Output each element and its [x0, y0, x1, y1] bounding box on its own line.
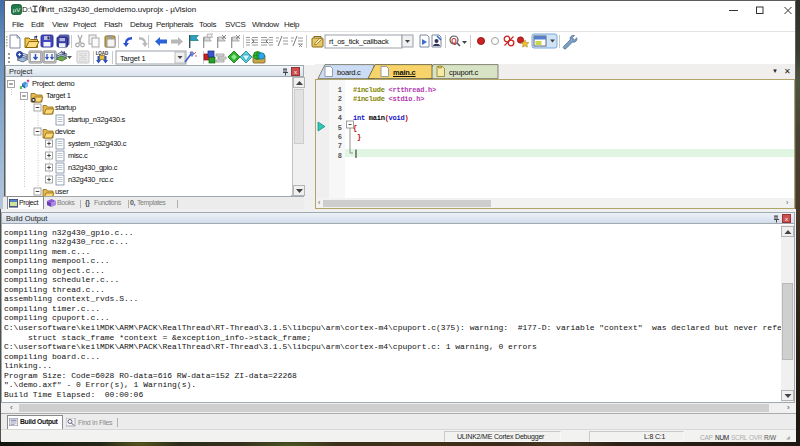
svg-text:Q: Q: [451, 37, 457, 45]
svg-text:µV: µV: [13, 7, 20, 13]
svg-text:Target 1: Target 1: [120, 54, 146, 63]
svg-text:rt_os_tick_callback: rt_os_tick_callback: [329, 37, 389, 46]
